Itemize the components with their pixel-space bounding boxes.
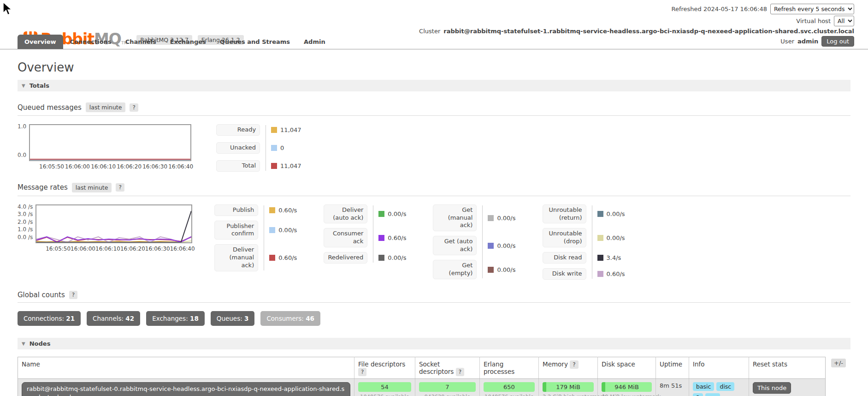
- collapse-icon: ▼: [22, 84, 25, 88]
- queued-messages-chart: [29, 124, 191, 161]
- legend-value-disk-write: 0.60/s: [597, 270, 625, 277]
- legend-label-unacked[interactable]: Unacked: [216, 142, 260, 154]
- legend-label-consumer-ack[interactable]: Consumer ack: [324, 228, 367, 247]
- metric-sub: 943629 available: [419, 394, 476, 396]
- legend-label-publish[interactable]: Publish: [214, 204, 258, 216]
- info-badge-basic: basic: [693, 382, 714, 391]
- help-icon[interactable]: ?: [69, 291, 77, 299]
- legend-label-unroutable-return[interactable]: Unroutable (return): [543, 204, 586, 224]
- node-name[interactable]: rabbit@rabbitmq-statefulset-0.rabbitmq-s…: [22, 382, 350, 396]
- section-totals[interactable]: ▼ Totals: [18, 80, 850, 91]
- legend-label-unroutable-drop[interactable]: Unroutable (drop): [543, 228, 586, 247]
- help-icon[interactable]: ?: [570, 360, 578, 369]
- page-title: Overview: [18, 60, 850, 74]
- logout-button[interactable]: Log out: [821, 36, 854, 47]
- legend-label-redelivered[interactable]: Redelivered: [324, 252, 367, 264]
- legend-swatch-icon: [378, 235, 384, 241]
- metric-sub: 1048576 available: [484, 394, 535, 396]
- legend-value-get-empty: 0.00/s: [488, 266, 515, 273]
- message-rates-chart: [35, 204, 192, 243]
- legend-label-disk-read[interactable]: Disk read: [543, 252, 586, 264]
- legend-value-publish: 0.60/s: [269, 207, 297, 214]
- help-icon[interactable]: ?: [116, 183, 124, 192]
- reset-this-node-button[interactable]: This node: [753, 382, 791, 394]
- column-toggle[interactable]: +/-: [831, 359, 846, 367]
- legend-label-deliver-manual-ack[interactable]: Deliver (manual ack): [214, 244, 258, 271]
- y-axis-tick: 2.0 /s: [18, 219, 33, 225]
- nodes-table-header-row: NameFile descriptors ?Socket descriptors…: [18, 357, 826, 379]
- x-axis-tick: 16:06:20: [117, 163, 142, 170]
- section-nodes[interactable]: ▼ Nodes: [18, 338, 850, 349]
- legend-label-publisher-confirm[interactable]: Publisher confirm: [214, 221, 258, 240]
- legend-swatch-icon: [597, 271, 603, 277]
- queued-messages-heading: Queued messages last minute ?: [18, 102, 850, 116]
- help-icon[interactable]: ?: [358, 368, 366, 376]
- metric-sub: 3.2 GiB high watermark: [543, 394, 594, 396]
- range-badge[interactable]: last minute: [72, 183, 112, 192]
- queues-count-button[interactable]: Queues: 3: [211, 311, 255, 326]
- legend-label-get-auto-ack[interactable]: Get (auto ack): [433, 236, 477, 255]
- col-socket-descriptors: Socket descriptors ?: [415, 357, 480, 379]
- metric-value: 54: [358, 382, 411, 392]
- consumers-count-button[interactable]: Consumers: 46: [260, 311, 320, 326]
- range-badge[interactable]: last minute: [86, 102, 126, 112]
- info-badge-rss: rss: [705, 393, 720, 396]
- legend-swatch-icon: [488, 267, 494, 273]
- col-reset-stats: Reset stats: [749, 357, 826, 379]
- rates-legend-group-3: Get (manual ack)0.00/sGet (auto ack)0.00…: [433, 204, 515, 279]
- exchanges-count-button[interactable]: Exchanges: 18: [146, 311, 205, 326]
- y-axis-tick: 0.0: [18, 152, 26, 158]
- legend-value-deliver-auto-ack: 0.00/s: [378, 210, 406, 217]
- cluster-name: rabbit@rabbitmq-statefulset-1.rabbitmq-s…: [443, 28, 854, 35]
- legend-label-disk-write[interactable]: Disk write: [543, 268, 586, 280]
- col-uptime: Uptime: [656, 357, 689, 379]
- y-axis-tick: 3.0 /s: [18, 211, 33, 217]
- y-axis-tick: 1.0 /s: [18, 226, 33, 233]
- x-axis-tick: 16:06:30: [145, 246, 170, 252]
- y-axis-ticks: 1.00.0: [18, 124, 29, 159]
- legend-value-get-auto-ack: 0.00/s: [488, 242, 515, 249]
- tab-connections[interactable]: Connections: [63, 35, 118, 49]
- connections-count-button[interactable]: Connections: 21: [18, 311, 81, 326]
- legend-swatch-icon: [597, 235, 603, 241]
- info-badge-disc: disc: [716, 382, 734, 391]
- tab-queues-and-streams[interactable]: Queues and Streams: [213, 35, 297, 49]
- x-axis-ticks: 16:05:5016:06:0016:06:1016:06:2016:06:30…: [29, 161, 193, 170]
- x-axis-tick: 16:06:00: [65, 163, 90, 170]
- x-axis-tick: 16:05:50: [46, 246, 71, 252]
- tab-admin[interactable]: Admin: [297, 35, 332, 49]
- channels-count-button[interactable]: Channels: 42: [87, 311, 140, 326]
- queued-messages-legend: Ready11,047Unacked0Total11,047: [216, 124, 301, 172]
- tab-overview[interactable]: Overview: [18, 35, 63, 49]
- series-disk-read: [36, 211, 191, 242]
- legend-label-total[interactable]: Total: [216, 160, 260, 172]
- cluster-label: Cluster: [419, 28, 440, 35]
- legend-value-consumer-ack: 0.60/s: [378, 234, 406, 241]
- legend-label-get-manual-ack[interactable]: Get (manual ack): [433, 204, 477, 232]
- y-axis-tick: 1.0: [18, 123, 26, 130]
- x-axis-tick: 16:06:40: [170, 246, 195, 252]
- legend-label-ready[interactable]: Ready: [216, 124, 260, 136]
- x-axis-ticks: 16:05:5016:06:0016:06:1016:06:2016:06:30…: [35, 243, 194, 252]
- legend-swatch-icon: [488, 243, 494, 249]
- virtual-host-select[interactable]: All: [834, 16, 854, 26]
- x-axis-tick: 16:06:00: [71, 246, 95, 252]
- help-icon[interactable]: ?: [130, 103, 138, 112]
- legend-swatch-icon: [597, 255, 603, 261]
- col-file-descriptors: File descriptors ?: [354, 357, 415, 379]
- legend-value-deliver-manual-ack: 0.60/s: [269, 254, 297, 261]
- legend-label-get-empty[interactable]: Get (empty): [433, 260, 477, 279]
- tab-exchanges[interactable]: Exchanges: [163, 35, 213, 49]
- metric-value: 650: [484, 382, 535, 392]
- tab-channels[interactable]: Channels: [118, 35, 163, 49]
- x-axis-tick: 16:05:50: [39, 163, 64, 170]
- legend-swatch-icon: [269, 227, 275, 233]
- metric-sub: 48 MiB low watermark: [602, 394, 652, 396]
- user-label: User: [780, 38, 794, 45]
- legend-label-deliver-auto-ack[interactable]: Deliver (auto ack): [324, 204, 367, 224]
- help-icon[interactable]: ?: [456, 368, 464, 376]
- legend-value-unroutable-drop: 0.00/s: [597, 234, 625, 241]
- global-counts-heading: Global counts ?: [18, 291, 850, 303]
- refresh-interval-select[interactable]: Refresh every 5 seconds: [770, 4, 854, 14]
- rates-legend-group-2: Deliver (auto ack)0.00/sConsumer ack0.60…: [324, 204, 406, 264]
